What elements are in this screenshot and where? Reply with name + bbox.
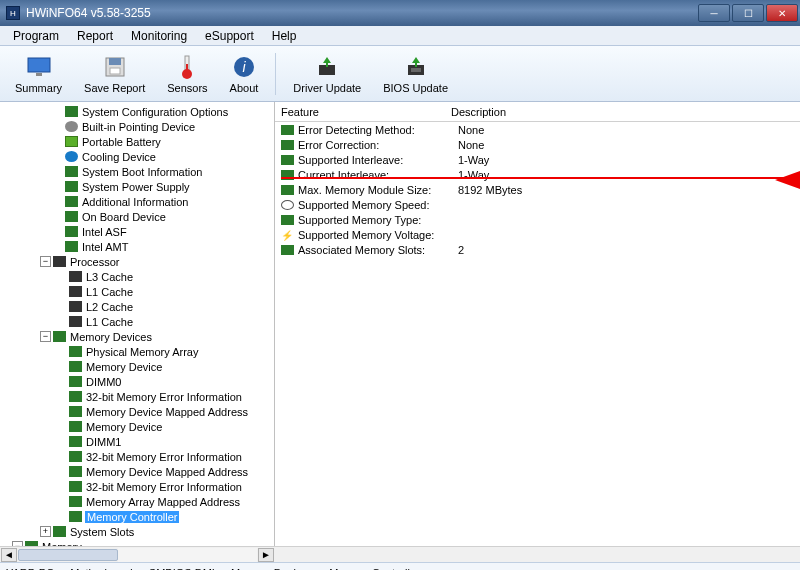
tree-item[interactable]: 32-bit Memory Error Information: [0, 389, 274, 404]
feature-name: Error Detecting Method:: [298, 124, 458, 136]
tree-item[interactable]: L1 Cache: [0, 314, 274, 329]
main-area: System Configuration OptionsBuilt-in Poi…: [0, 102, 800, 546]
maximize-button[interactable]: ☐: [732, 4, 764, 22]
minimize-button[interactable]: ─: [698, 4, 730, 22]
bios-update-icon: [403, 54, 429, 80]
tree-item[interactable]: DIMM0: [0, 374, 274, 389]
tree-item[interactable]: System Boot Information: [0, 164, 274, 179]
tree-item-label: System Configuration Options: [81, 106, 229, 118]
tree-item-label: Memory Controller: [85, 511, 179, 523]
scroll-right-button[interactable]: ►: [258, 548, 274, 562]
tree-item[interactable]: On Board Device: [0, 209, 274, 224]
chip-icon: [65, 196, 78, 207]
detail-row[interactable]: Error Detecting Method:None: [275, 122, 800, 137]
tree-item[interactable]: Intel ASF: [0, 224, 274, 239]
tree-item[interactable]: System Configuration Options: [0, 104, 274, 119]
tree-item[interactable]: System Power Supply: [0, 179, 274, 194]
tree-item[interactable]: Intel AMT: [0, 239, 274, 254]
scroll-track[interactable]: [118, 548, 257, 562]
detail-row[interactable]: Max. Memory Module Size:8192 MBytes: [275, 182, 800, 197]
tree-item[interactable]: L3 Cache: [0, 269, 274, 284]
tree-item[interactable]: 32-bit Memory Error Information: [0, 449, 274, 464]
menu-program[interactable]: Program: [4, 27, 68, 45]
bios-update-label: BIOS Update: [383, 82, 448, 94]
menu-esupport[interactable]: eSupport: [196, 27, 263, 45]
detail-row[interactable]: Supported Interleave:1-Way: [275, 152, 800, 167]
tree-panel[interactable]: System Configuration OptionsBuilt-in Poi…: [0, 102, 275, 546]
tree-item[interactable]: Portable Battery: [0, 134, 274, 149]
tree-item[interactable]: DIMM1: [0, 434, 274, 449]
tree-item-label: Memory Device Mapped Address: [85, 406, 249, 418]
tree-toggle-icon[interactable]: +: [40, 526, 51, 537]
close-button[interactable]: ✕: [766, 4, 798, 22]
cpu-icon: [69, 316, 82, 327]
tree-item[interactable]: Memory Array Mapped Address: [0, 494, 274, 509]
tree-item[interactable]: L1 Cache: [0, 284, 274, 299]
tree-item-label: Cooling Device: [81, 151, 157, 163]
tree-item[interactable]: Cooling Device: [0, 149, 274, 164]
menu-help[interactable]: Help: [263, 27, 306, 45]
toolbar: Summary Save Report Sensors i About Driv…: [0, 46, 800, 102]
driver-update-button[interactable]: Driver Update: [284, 51, 370, 97]
scroll-left-button[interactable]: ◄: [1, 548, 17, 562]
tree-toggle-icon[interactable]: −: [40, 331, 51, 342]
tree-item-label: Memory Device Mapped Address: [85, 466, 249, 478]
tree-item[interactable]: Additional Information: [0, 194, 274, 209]
menubar: Program Report Monitoring eSupport Help: [0, 26, 800, 46]
tree-hscrollbar[interactable]: ◄ ►: [0, 546, 800, 562]
chip-icon: [53, 526, 66, 537]
menu-monitoring[interactable]: Monitoring: [122, 27, 196, 45]
detail-row[interactable]: Current Interleave:1-Way: [275, 167, 800, 182]
summary-button[interactable]: Summary: [6, 51, 71, 97]
tree-item[interactable]: −Memory: [0, 539, 274, 546]
chip-icon: [53, 331, 66, 342]
tree-item[interactable]: Memory Device: [0, 359, 274, 374]
chip-icon: [69, 511, 82, 522]
chip-icon: [69, 406, 82, 417]
chip-icon: [65, 181, 78, 192]
bios-update-button[interactable]: BIOS Update: [374, 51, 457, 97]
tree-item[interactable]: −Memory Devices: [0, 329, 274, 344]
tree-item-label: L1 Cache: [85, 316, 134, 328]
tree-item[interactable]: +System Slots: [0, 524, 274, 539]
tree-toggle-icon[interactable]: −: [12, 541, 23, 546]
tree-item[interactable]: Memory Device: [0, 419, 274, 434]
menu-report[interactable]: Report: [68, 27, 122, 45]
tree-item-label: System Power Supply: [81, 181, 191, 193]
status-bar: YARP-PC -> Motherboard -> SMBIOS DMI -> …: [0, 562, 800, 570]
detail-row[interactable]: Supported Memory Type:: [275, 212, 800, 227]
tree-item-label: On Board Device: [81, 211, 167, 223]
cpu-icon: [69, 301, 82, 312]
tree-item[interactable]: Memory Controller: [0, 509, 274, 524]
chip-icon: [281, 215, 294, 225]
feature-name: Error Correction:: [298, 139, 458, 151]
detail-row[interactable]: ⚡Supported Memory Voltage:: [275, 227, 800, 242]
tree-item[interactable]: Built-in Pointing Device: [0, 119, 274, 134]
feature-name: Associated Memory Slots:: [298, 244, 458, 256]
chip-icon: [69, 451, 82, 462]
tree-item[interactable]: −Processor: [0, 254, 274, 269]
tree-toggle-icon[interactable]: −: [40, 256, 51, 267]
tree-item[interactable]: Physical Memory Array: [0, 344, 274, 359]
tree-item[interactable]: Memory Device Mapped Address: [0, 464, 274, 479]
tree-item[interactable]: Memory Device Mapped Address: [0, 404, 274, 419]
tree-item[interactable]: 32-bit Memory Error Information: [0, 479, 274, 494]
svg-rect-1: [36, 73, 42, 76]
header-description[interactable]: Description: [451, 106, 506, 118]
detail-row[interactable]: Error Correction:None: [275, 137, 800, 152]
details-header[interactable]: Feature Description: [275, 102, 800, 122]
tree-item-label: Memory: [41, 541, 83, 547]
scroll-thumb[interactable]: [18, 549, 118, 561]
sensors-button[interactable]: Sensors: [158, 51, 216, 97]
tree-item-label: Intel AMT: [81, 241, 129, 253]
app-icon: H: [6, 6, 20, 20]
save-report-button[interactable]: Save Report: [75, 51, 154, 97]
feature-value: None: [458, 124, 484, 136]
about-button[interactable]: i About: [221, 51, 268, 97]
header-feature[interactable]: Feature: [281, 106, 451, 118]
detail-row[interactable]: Associated Memory Slots:2: [275, 242, 800, 257]
tree-item[interactable]: L2 Cache: [0, 299, 274, 314]
detail-row[interactable]: Supported Memory Speed:: [275, 197, 800, 212]
window-title: HWiNFO64 v5.58-3255: [26, 6, 151, 20]
svg-rect-3: [109, 58, 121, 65]
